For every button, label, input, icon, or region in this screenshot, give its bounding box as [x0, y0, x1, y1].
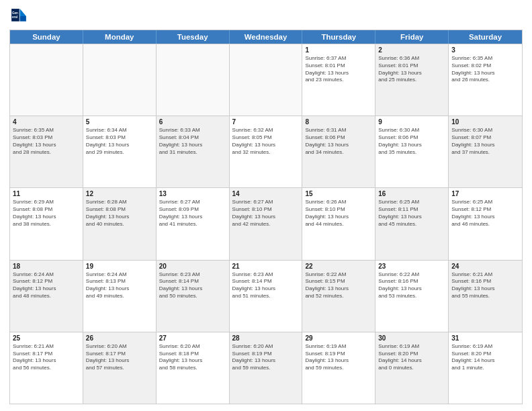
day-info: Sunrise: 6:20 AMSunset: 8:19 PMDaylight:…	[232, 343, 300, 372]
day-number: 15	[305, 190, 372, 197]
day-cell-2: 2Sunrise: 6:36 AMSunset: 8:01 PMDaylight…	[375, 44, 449, 116]
day-info: Sunrise: 6:22 AMSunset: 8:15 PMDaylight:…	[305, 271, 372, 300]
day-number: 29	[305, 334, 372, 342]
day-cell-1: 1Sunrise: 6:37 AMSunset: 8:01 PMDaylight…	[302, 44, 375, 116]
day-number: 13	[159, 190, 226, 197]
day-number: 31	[451, 334, 519, 342]
logo-icon: Gen eral	[9, 7, 28, 26]
day-cell-5: 5Sunrise: 6:34 AMSunset: 8:03 PMDaylight…	[83, 116, 157, 187]
day-cell-10: 10Sunrise: 6:30 AMSunset: 8:07 PMDayligh…	[449, 116, 522, 187]
day-number: 4	[13, 118, 80, 126]
day-cell-25: 25Sunrise: 6:21 AMSunset: 8:17 PMDayligh…	[10, 332, 83, 404]
day-cell-15: 15Sunrise: 6:26 AMSunset: 8:10 PMDayligh…	[302, 188, 375, 259]
day-info: Sunrise: 6:33 AMSunset: 8:04 PMDaylight:…	[159, 127, 226, 156]
day-number: 26	[86, 334, 153, 342]
week-row-1: 1Sunrise: 6:37 AMSunset: 8:01 PMDaylight…	[10, 44, 522, 116]
empty-cell	[157, 44, 230, 116]
header: Gen eral	[9, 7, 523, 26]
calendar-body: 1Sunrise: 6:37 AMSunset: 8:01 PMDaylight…	[10, 44, 522, 404]
svg-text:Gen: Gen	[12, 11, 18, 15]
day-cell-16: 16Sunrise: 6:25 AMSunset: 8:11 PMDayligh…	[375, 188, 449, 259]
day-info: Sunrise: 6:34 AMSunset: 8:03 PMDaylight:…	[86, 127, 153, 156]
day-header-saturday: Saturday	[449, 30, 522, 44]
empty-cell	[10, 44, 83, 116]
day-info: Sunrise: 6:20 AMSunset: 8:17 PMDaylight:…	[86, 343, 153, 372]
day-cell-3: 3Sunrise: 6:35 AMSunset: 8:02 PMDaylight…	[449, 44, 522, 116]
day-info: Sunrise: 6:26 AMSunset: 8:10 PMDaylight:…	[305, 199, 372, 228]
day-info: Sunrise: 6:32 AMSunset: 8:05 PMDaylight:…	[232, 127, 300, 156]
day-header-friday: Friday	[375, 30, 449, 44]
day-cell-13: 13Sunrise: 6:27 AMSunset: 8:09 PMDayligh…	[157, 188, 230, 259]
day-cell-21: 21Sunrise: 6:23 AMSunset: 8:14 PMDayligh…	[230, 261, 303, 332]
day-cell-9: 9Sunrise: 6:30 AMSunset: 8:06 PMDaylight…	[375, 116, 449, 187]
day-cell-17: 17Sunrise: 6:25 AMSunset: 8:12 PMDayligh…	[449, 188, 522, 259]
day-cell-22: 22Sunrise: 6:22 AMSunset: 8:15 PMDayligh…	[302, 261, 375, 332]
day-header-wednesday: Wednesday	[230, 30, 303, 44]
day-cell-4: 4Sunrise: 6:35 AMSunset: 8:03 PMDaylight…	[10, 116, 83, 187]
week-row-5: 25Sunrise: 6:21 AMSunset: 8:17 PMDayligh…	[10, 332, 522, 404]
day-cell-7: 7Sunrise: 6:32 AMSunset: 8:05 PMDaylight…	[230, 116, 303, 187]
day-cell-20: 20Sunrise: 6:23 AMSunset: 8:14 PMDayligh…	[157, 261, 230, 332]
calendar: SundayMondayTuesdayWednesdayThursdayFrid…	[9, 30, 523, 404]
day-info: Sunrise: 6:22 AMSunset: 8:16 PMDaylight:…	[378, 271, 445, 300]
day-number: 5	[86, 118, 153, 126]
day-header-tuesday: Tuesday	[157, 30, 230, 44]
day-info: Sunrise: 6:19 AMSunset: 8:20 PMDaylight:…	[378, 343, 445, 372]
day-cell-14: 14Sunrise: 6:27 AMSunset: 8:10 PMDayligh…	[230, 188, 303, 259]
logo: Gen eral	[9, 7, 31, 26]
day-info: Sunrise: 6:28 AMSunset: 8:08 PMDaylight:…	[86, 199, 153, 228]
day-info: Sunrise: 6:21 AMSunset: 8:17 PMDaylight:…	[13, 343, 80, 372]
day-number: 8	[305, 118, 372, 126]
day-info: Sunrise: 6:21 AMSunset: 8:16 PMDaylight:…	[451, 271, 519, 300]
calendar-header: SundayMondayTuesdayWednesdayThursdayFrid…	[10, 30, 522, 44]
day-cell-26: 26Sunrise: 6:20 AMSunset: 8:17 PMDayligh…	[83, 332, 157, 404]
week-row-2: 4Sunrise: 6:35 AMSunset: 8:03 PMDaylight…	[10, 116, 522, 187]
svg-text:eral: eral	[12, 15, 17, 19]
day-number: 10	[451, 118, 519, 126]
empty-cell	[230, 44, 303, 116]
day-number: 6	[159, 118, 226, 126]
day-cell-6: 6Sunrise: 6:33 AMSunset: 8:04 PMDaylight…	[157, 116, 230, 187]
day-number: 3	[451, 46, 519, 54]
day-number: 18	[13, 263, 80, 270]
day-number: 7	[232, 118, 300, 126]
day-info: Sunrise: 6:24 AMSunset: 8:13 PMDaylight:…	[86, 271, 153, 300]
day-cell-24: 24Sunrise: 6:21 AMSunset: 8:16 PMDayligh…	[449, 261, 522, 332]
day-number: 30	[378, 334, 445, 342]
day-cell-19: 19Sunrise: 6:24 AMSunset: 8:13 PMDayligh…	[83, 261, 157, 332]
day-info: Sunrise: 6:23 AMSunset: 8:14 PMDaylight:…	[232, 271, 300, 300]
day-info: Sunrise: 6:19 AMSunset: 8:19 PMDaylight:…	[305, 343, 372, 372]
day-number: 25	[13, 334, 80, 342]
week-row-3: 11Sunrise: 6:29 AMSunset: 8:08 PMDayligh…	[10, 187, 522, 259]
day-info: Sunrise: 6:27 AMSunset: 8:09 PMDaylight:…	[159, 199, 226, 228]
day-cell-31: 31Sunrise: 6:19 AMSunset: 8:20 PMDayligh…	[449, 332, 522, 404]
day-info: Sunrise: 6:29 AMSunset: 8:08 PMDaylight:…	[13, 199, 80, 228]
day-number: 19	[86, 263, 153, 270]
day-number: 11	[13, 190, 80, 197]
day-cell-28: 28Sunrise: 6:20 AMSunset: 8:19 PMDayligh…	[230, 332, 303, 404]
day-number: 28	[232, 334, 300, 342]
page: Gen eral SundayMondayTuesdayWednesdayThu…	[0, 0, 532, 411]
day-number: 22	[305, 263, 372, 270]
day-info: Sunrise: 6:35 AMSunset: 8:03 PMDaylight:…	[13, 127, 80, 156]
day-cell-11: 11Sunrise: 6:29 AMSunset: 8:08 PMDayligh…	[10, 188, 83, 259]
svg-marker-2	[20, 16, 26, 21]
day-number: 12	[86, 190, 153, 197]
empty-cell	[83, 44, 157, 116]
day-number: 23	[378, 263, 445, 270]
day-number: 14	[232, 190, 300, 197]
day-info: Sunrise: 6:20 AMSunset: 8:18 PMDaylight:…	[159, 343, 226, 372]
day-number: 20	[159, 263, 226, 270]
day-cell-29: 29Sunrise: 6:19 AMSunset: 8:19 PMDayligh…	[302, 332, 375, 404]
day-info: Sunrise: 6:19 AMSunset: 8:20 PMDaylight:…	[451, 343, 519, 372]
day-info: Sunrise: 6:30 AMSunset: 8:07 PMDaylight:…	[451, 127, 519, 156]
day-info: Sunrise: 6:24 AMSunset: 8:12 PMDaylight:…	[13, 271, 80, 300]
day-info: Sunrise: 6:35 AMSunset: 8:02 PMDaylight:…	[451, 55, 519, 84]
day-info: Sunrise: 6:37 AMSunset: 8:01 PMDaylight:…	[305, 55, 372, 84]
day-number: 21	[232, 263, 300, 270]
day-number: 17	[451, 190, 519, 197]
day-header-sunday: Sunday	[10, 30, 83, 44]
day-info: Sunrise: 6:25 AMSunset: 8:12 PMDaylight:…	[451, 199, 519, 228]
day-info: Sunrise: 6:25 AMSunset: 8:11 PMDaylight:…	[378, 199, 445, 228]
day-cell-23: 23Sunrise: 6:22 AMSunset: 8:16 PMDayligh…	[375, 261, 449, 332]
